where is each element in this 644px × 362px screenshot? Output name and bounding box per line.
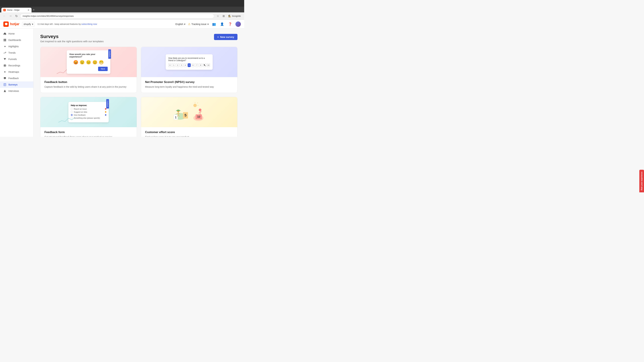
page-subtitle: Get inspired to ask the right questions … xyxy=(40,40,104,43)
badge-1 xyxy=(105,108,106,110)
incognito-btn[interactable]: 🕵 Incognito xyxy=(227,14,242,18)
hotjar-logo[interactable]: hotjar xyxy=(3,21,20,27)
feedback-preview-question: How would you rate your experience? xyxy=(70,53,108,58)
nps-0: 0 xyxy=(168,63,172,67)
ces-illustration: 1 5 10 xyxy=(171,99,208,125)
feedback-icon xyxy=(3,77,6,80)
tab-close-btn[interactable]: ✕ xyxy=(28,9,30,11)
active-tab[interactable]: H Home - Hotjar ✕ xyxy=(1,8,32,12)
svg-text:10: 10 xyxy=(197,115,200,118)
sidebar-item-funnels[interactable]: Funnels xyxy=(0,56,33,62)
badge-3 xyxy=(105,114,106,116)
add-user-btn[interactable]: 👤 xyxy=(219,21,225,27)
hotjar-logo-text: hotjar xyxy=(10,22,20,26)
sidebar-item-highlights[interactable]: ✦ Highlights xyxy=(0,43,33,50)
nps-preview: How likely are you to recommend us to a … xyxy=(141,47,237,77)
language-label: English xyxy=(176,23,183,25)
sidebar-item-trends[interactable]: Trends xyxy=(0,50,33,56)
hotjar-logo-icon xyxy=(3,21,9,27)
sidebar-item-interviews[interactable]: Interviews xyxy=(0,88,33,94)
page-content: Surveys Get inspired to ask the right qu… xyxy=(34,28,244,137)
nps-1: 1 xyxy=(172,63,176,67)
main-area: Home Dashboards ✦ Highlights Trends xyxy=(0,28,244,137)
nav-icons: ☆ ⊞ 🕵 Incognito xyxy=(216,14,242,18)
form-option-1: Report an issue xyxy=(71,108,106,110)
sidebar-item-heatmaps-label: Heatmaps xyxy=(8,70,19,73)
page-header: Surveys Get inspired to ask the right qu… xyxy=(40,34,238,43)
back-btn[interactable]: ← xyxy=(2,14,7,18)
svg-rect-0 xyxy=(4,39,5,40)
feedback-button-card-desc: Capture feedback in the wild by letting … xyxy=(44,85,133,89)
ces-card[interactable]: 1 5 10 xyxy=(141,97,238,137)
lang-dropdown-icon: ▾ xyxy=(184,23,185,25)
user-avatar[interactable] xyxy=(236,21,241,27)
nps-2: 2 xyxy=(176,63,179,67)
svg-point-13 xyxy=(4,90,5,91)
new-tab-btn[interactable]: + xyxy=(32,8,36,12)
heatmaps-icon xyxy=(3,70,6,73)
feedback-form-card[interactable]: Feedback Help us improve: Report an issu… xyxy=(40,97,137,137)
sidebar-item-dashboards[interactable]: Dashboards xyxy=(0,37,33,43)
site-selector[interactable]: shopify ▾ xyxy=(22,22,35,26)
home-icon xyxy=(3,32,6,35)
svg-text:5: 5 xyxy=(184,113,186,117)
nps-card-body: Net Promoter Score® (NPS®) survey Measur… xyxy=(141,77,237,93)
nps-card[interactable]: How likely are you to recommend us to a … xyxy=(141,47,238,93)
incognito-icon: 🕵 xyxy=(228,15,231,17)
recordings-icon xyxy=(3,64,6,67)
subscribe-link[interactable]: subscribing now xyxy=(81,23,97,25)
sidebar-item-home[interactable]: Home xyxy=(0,30,33,37)
feedback-form-card-body: Feedback form Get structured feedback fr… xyxy=(40,127,137,137)
new-survey-btn[interactable]: + New survey xyxy=(214,34,238,40)
feedback-button-card[interactable]: Feedback How would you rate your experie… xyxy=(40,47,137,93)
address-bar[interactable] xyxy=(20,14,214,18)
nav-bar: ← → ↻ ☆ ⊞ 🕵 Incognito xyxy=(0,12,244,20)
sidebar-item-surveys-label: Surveys xyxy=(8,83,18,86)
tab-title: Home - Hotjar xyxy=(7,9,20,11)
feedback-form-preview: Feedback Help us improve: Report an issu… xyxy=(40,97,137,127)
help-btn[interactable]: ❓ xyxy=(228,21,233,27)
nps-8: 8 xyxy=(199,63,202,67)
trends-icon xyxy=(3,51,6,54)
tab-bar: H Home - Hotjar ✕ + xyxy=(0,7,244,12)
extension-btn[interactable]: ⊞ xyxy=(221,14,226,18)
users-icon-btn[interactable]: 👥 xyxy=(211,21,217,27)
emoji-row: 😡 😟 😐 😊 😁 xyxy=(70,60,108,65)
sidebar-item-surveys[interactable]: Surveys xyxy=(0,81,33,88)
tab-favicon: H xyxy=(3,9,6,11)
svg-point-4 xyxy=(4,65,6,66)
sidebar-item-heatmaps[interactable]: Heatmaps xyxy=(0,69,33,75)
sidebar: Home Dashboards ✦ Highlights Trends xyxy=(0,28,34,137)
incognito-label: Incognito xyxy=(232,15,241,17)
tracking-issue-btn[interactable]: ⚠ Tracking issue ▾ xyxy=(188,22,209,26)
emoji-2: 😟 xyxy=(80,60,85,65)
feedback-button-card-title: Feedback button xyxy=(44,80,133,84)
sidebar-item-dashboards-label: Dashboards xyxy=(8,39,21,41)
refresh-btn[interactable]: ↻ xyxy=(14,14,19,18)
new-survey-plus-icon: + xyxy=(217,35,219,38)
sidebar-item-recordings[interactable]: Recordings xyxy=(0,62,33,69)
ces-card-title: Customer effort score xyxy=(145,131,233,134)
forward-btn[interactable]: → xyxy=(8,14,13,18)
sidebar-item-feedback[interactable]: Feedback xyxy=(0,75,33,81)
svg-rect-3 xyxy=(5,40,6,41)
sidebar-item-funnels-label: Funnels xyxy=(8,58,17,60)
nps-3: 3 xyxy=(180,63,183,67)
radio-2 xyxy=(71,111,73,113)
badge-2 xyxy=(105,111,106,113)
emoji-3: 😐 xyxy=(86,60,91,65)
nps-4: 4 xyxy=(184,63,187,67)
sidebar-item-home-label: Home xyxy=(8,32,14,35)
feedback-form-card-title: Feedback form xyxy=(44,131,133,134)
preview-next-btn: Next xyxy=(98,67,108,71)
warning-icon: ⚠ xyxy=(188,22,190,26)
sidebar-item-highlights-label: Highlights xyxy=(8,45,18,48)
svg-rect-1 xyxy=(5,39,6,40)
sidebar-item-recordings-label: Recordings xyxy=(8,64,20,67)
nps-widget-preview: How likely are you to recommend us to a … xyxy=(166,54,213,70)
dashboards-icon xyxy=(3,38,6,41)
language-selector[interactable]: English ▾ xyxy=(176,23,185,25)
bookmark-btn[interactable]: ☆ xyxy=(216,14,220,18)
svg-text:1: 1 xyxy=(175,116,176,119)
new-survey-label: New survey xyxy=(220,35,234,38)
